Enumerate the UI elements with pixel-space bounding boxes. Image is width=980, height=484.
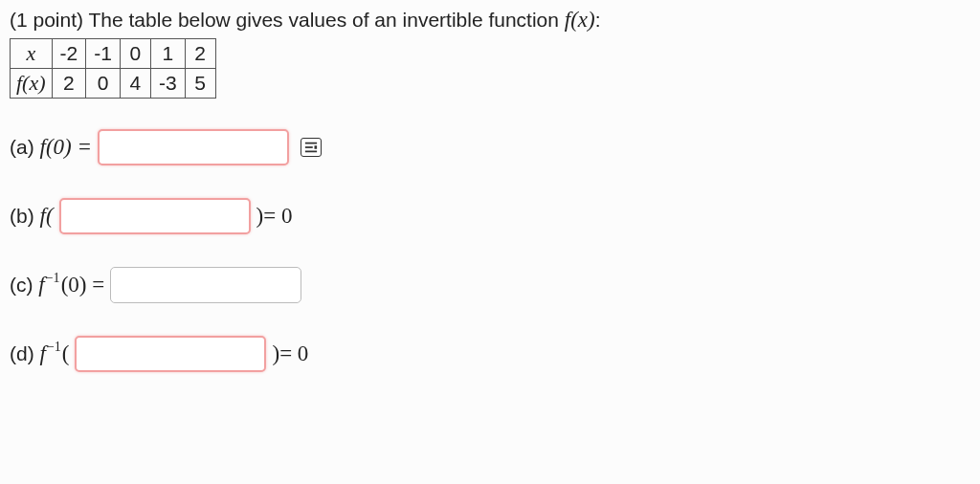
table-cell: 0 bbox=[120, 39, 150, 69]
table-cell: 2 bbox=[185, 39, 215, 69]
part-b-label-pre: (b) f( bbox=[10, 204, 54, 229]
svg-rect-1 bbox=[305, 146, 313, 148]
equation-editor-icon[interactable] bbox=[301, 138, 322, 157]
prompt-text: The table below gives values of an inver… bbox=[89, 9, 565, 31]
part-b: (b) f( )= 0 bbox=[10, 198, 970, 234]
function-table: x -2 -1 0 1 2 f(x) 2 0 4 -3 5 bbox=[10, 38, 216, 99]
points-label: (1 point) bbox=[10, 9, 89, 31]
table-x-label: x bbox=[11, 39, 53, 69]
table-cell: 5 bbox=[185, 69, 215, 99]
table-cell: 2 bbox=[52, 69, 86, 99]
answer-input-d[interactable] bbox=[75, 336, 266, 372]
svg-rect-3 bbox=[314, 145, 317, 149]
answer-input-c[interactable] bbox=[110, 267, 301, 303]
prompt-colon: : bbox=[595, 9, 601, 31]
answer-input-b[interactable] bbox=[59, 198, 251, 234]
question-prompt: (1 point) The table below gives values o… bbox=[10, 8, 970, 33]
svg-rect-2 bbox=[305, 151, 317, 153]
part-c: (c) f−1(0) = bbox=[10, 267, 970, 303]
part-b-label-post: )= 0 bbox=[256, 204, 293, 229]
table-cell: -3 bbox=[150, 69, 185, 99]
table-cell: 4 bbox=[120, 69, 150, 99]
table-cell: -2 bbox=[52, 39, 86, 69]
table-row: x -2 -1 0 1 2 bbox=[11, 39, 216, 69]
answer-input-a[interactable] bbox=[98, 129, 289, 165]
prompt-func: f(x) bbox=[565, 8, 595, 32]
part-a-label: (a) f(0) = bbox=[10, 135, 92, 160]
part-d: (d) f−1( )= 0 bbox=[10, 336, 970, 372]
part-a: (a) f(0) = bbox=[10, 129, 970, 165]
part-c-label: (c) f−1(0) = bbox=[10, 273, 104, 297]
table-row: f(x) 2 0 4 -3 5 bbox=[11, 69, 216, 99]
table-cell: 1 bbox=[150, 39, 185, 69]
part-d-label-post: )= 0 bbox=[272, 341, 308, 366]
table-cell: 0 bbox=[86, 69, 121, 99]
table-fx-label: f(x) bbox=[11, 69, 53, 99]
svg-rect-0 bbox=[305, 143, 317, 144]
table-cell: -1 bbox=[86, 39, 121, 69]
part-d-label-pre: (d) f−1( bbox=[10, 341, 69, 366]
